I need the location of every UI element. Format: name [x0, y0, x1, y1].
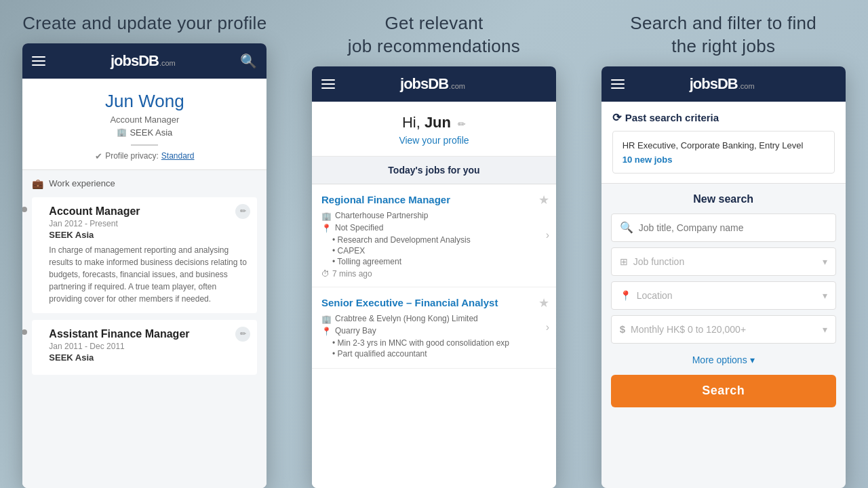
menu-icon-2[interactable]: [321, 79, 335, 89]
job-2-location: 📍 Quarry Bay: [321, 326, 547, 336]
panel-2-title: Get relevantjob recommendations: [348, 12, 520, 58]
logo-dotcom-1: .com: [159, 59, 176, 67]
navbar-3: jobsDB .com: [601, 66, 846, 102]
profile-company: 🏢 SEEK Asia: [33, 127, 256, 138]
logo-text-3: jobsDB: [690, 75, 738, 93]
job-1-time: ⏱ 7 mins ago: [321, 269, 547, 279]
logo-3: jobsDB .com: [690, 75, 755, 93]
privacy-label: Profile privacy:: [105, 151, 159, 161]
logo-1: jobsDB .com: [111, 52, 176, 70]
job-title-input[interactable]: [639, 222, 827, 233]
salary-label: Monthly HK$ 0 to 120,000+: [631, 324, 823, 335]
job-2-bullet-1: • Min 2-3 yrs in MNC with good consolida…: [321, 338, 547, 348]
job-1-company-name: Charterhouse Partnership: [335, 211, 428, 220]
logo-dotcom-2: .com: [449, 82, 465, 90]
past-search-title: ⟳ Past search criteria: [612, 111, 835, 124]
edit-icon-1[interactable]: ✏: [235, 204, 250, 219]
new-search-title: New search: [611, 193, 836, 205]
chevron-down-icon-salary: ▾: [823, 324, 827, 335]
job-2-company: 🏢 Crabtree & Evelyn (Hong Kong) Limited: [321, 314, 547, 324]
todays-jobs-header: Today's jobs for you: [312, 157, 556, 184]
navbar-2: jobsDB .com: [312, 66, 556, 102]
chevron-right-1: ›: [546, 229, 549, 241]
money-icon: $: [620, 323, 625, 335]
work-item-2: Assistant Finance Manager ✏ Jan 2011 - D…: [32, 320, 257, 375]
menu-icon-3[interactable]: [611, 79, 625, 89]
star-icon-1[interactable]: ★: [538, 192, 549, 207]
history-icon: ⟳: [612, 111, 621, 124]
building-icon-1: 🏢: [321, 211, 332, 221]
search-icon-3: 🔍: [620, 221, 633, 234]
privacy-value[interactable]: Standard: [161, 151, 195, 161]
shield-icon: ✔: [95, 151, 102, 161]
phone-3-body: ⟳ Past search criteria HR Executive, Cor…: [601, 102, 846, 488]
past-search-card[interactable]: HR Executive, Corporate Banking, Entry L…: [612, 131, 835, 174]
job-1-company: 🏢 Charterhouse Partnership: [321, 211, 547, 221]
past-search-new-jobs[interactable]: 10 new jobs: [623, 155, 825, 165]
profile-header: Jun Wong Account Manager 🏢 SEEK Asia ✔ P…: [22, 79, 267, 170]
job-1-bullet-3: • Tolling agreement: [321, 257, 547, 266]
navbar-1: jobsDB .com 🔍: [22, 43, 267, 79]
job-1-bullet-2: • CAPEX: [321, 246, 547, 256]
user-name: Jun: [425, 114, 451, 131]
more-options-link[interactable]: More options ▾: [611, 349, 836, 371]
view-profile-link[interactable]: View your profile: [399, 135, 469, 146]
phone-2: jobsDB .com Hi, Jun ✏ View your profile: [312, 66, 556, 488]
search-icon-1[interactable]: 🔍: [240, 53, 257, 69]
pin-icon-1: 📍: [321, 224, 332, 233]
location-label: Location: [637, 290, 823, 301]
search-button[interactable]: Search: [611, 375, 836, 407]
past-search-title-text: Past search criteria: [625, 112, 719, 123]
profile-company-name: SEEK Asia: [130, 127, 172, 138]
panel-2: Get relevantjob recommendations jobsDB .…: [290, 0, 579, 488]
job-2-location-text: Quarry Bay: [335, 326, 376, 336]
panel-3-title: Search and filter to findthe right jobs: [630, 12, 816, 58]
edit-icon-2[interactable]: ✏: [235, 327, 250, 342]
job-1-bullet-1: • Research and Development Analysis: [321, 235, 547, 245]
work-item-1-desc: In charge of management reporting and an…: [49, 244, 248, 305]
job-title-input-wrap[interactable]: 🔍: [611, 214, 836, 242]
star-icon-2[interactable]: ★: [538, 296, 549, 310]
job-function-select[interactable]: ⊞ Job function ▾: [611, 247, 836, 276]
job-2-company-name: Crabtree & Evelyn (Hong Kong) Limited: [335, 314, 478, 323]
job-1-location-text: Not Specified: [335, 223, 383, 232]
job-1-time-text: 7 mins ago: [332, 269, 372, 279]
new-search-section: New search 🔍 ⊞ Job function ▾ 📍: [601, 184, 846, 488]
section-label: Work experience: [49, 178, 115, 188]
clock-icon-1: ⏱: [321, 269, 330, 279]
phone-2-body: Hi, Jun ✏ View your profile Today's jobs…: [312, 102, 556, 488]
profile-divider: [131, 144, 158, 146]
chevron-down-icon-more: ▾: [750, 354, 755, 365]
salary-select[interactable]: $ Monthly HK$ 0 to 120,000+ ▾: [611, 315, 836, 344]
chevron-down-icon-function: ▾: [823, 256, 827, 267]
profile-name: Jun Wong: [33, 91, 256, 112]
menu-icon-1[interactable]: [32, 56, 45, 66]
work-item-1-date: Jan 2012 - Present: [49, 219, 248, 228]
work-item-1: Account Manager ✏ Jan 2012 - Present SEE…: [32, 197, 257, 313]
building-icon: 🏢: [117, 127, 127, 137]
edit-profile-icon[interactable]: ✏: [458, 119, 466, 129]
logo-text-2: jobsDB: [400, 75, 448, 93]
phone-1-body: Jun Wong Account Manager 🏢 SEEK Asia ✔ P…: [22, 79, 267, 488]
briefcase-icon: 💼: [32, 178, 43, 189]
past-search-section: ⟳ Past search criteria HR Executive, Cor…: [601, 102, 846, 184]
rec-greeting: Hi, Jun ✏: [323, 114, 545, 131]
job-1-title[interactable]: Regional Finance Manager: [321, 194, 547, 205]
location-select[interactable]: 📍 Location ▾: [611, 281, 836, 310]
grid-icon: ⊞: [620, 256, 628, 267]
work-item-2-title: Assistant Finance Manager: [49, 328, 248, 340]
phone-1: jobsDB .com 🔍 Jun Wong Account Manager 🏢…: [22, 43, 267, 488]
job-item-2[interactable]: Senior Executive – Financial Analyst ★ 🏢…: [312, 287, 556, 369]
work-experience-section: 💼 Work experience Account Manager ✏ Jan …: [22, 170, 267, 488]
building-icon-2: 🏢: [321, 314, 332, 324]
phone-3: jobsDB .com ⟳ Past search criteria HR Ex…: [601, 66, 846, 488]
more-options-label: More options: [692, 354, 747, 365]
job-2-title[interactable]: Senior Executive – Financial Analyst: [321, 297, 547, 308]
job-item-1[interactable]: Regional Finance Manager ★ 🏢 Charterhous…: [312, 184, 556, 287]
location-icon: 📍: [620, 290, 631, 301]
panel-1-title: Create and update your profile: [22, 12, 267, 35]
work-item-2-company: SEEK Asia: [49, 352, 248, 363]
timeline-dot-1: [22, 207, 27, 212]
job-2-bullet-2: • Part qualified accountant: [321, 349, 547, 359]
timeline-dot-2: [22, 329, 27, 335]
